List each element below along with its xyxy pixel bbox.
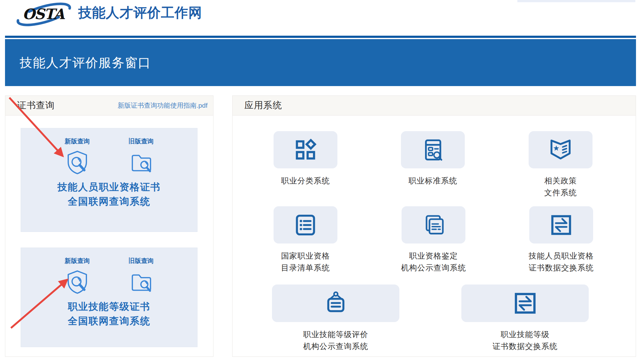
app-label-line: 机构公示查询系统 xyxy=(303,340,368,352)
badge-icon xyxy=(322,290,349,317)
new-query-option[interactable]: 新版查询 xyxy=(51,137,104,175)
book-star-icon xyxy=(548,137,573,163)
cert-card-title-line[interactable]: 职业技能等级证书 xyxy=(21,300,197,314)
osta-logo-text: OSTA xyxy=(23,6,65,23)
app-tile[interactable] xyxy=(529,131,592,168)
banner-top-strip xyxy=(5,36,636,38)
app-label-line: 国家职业资格 xyxy=(281,250,330,262)
service-banner: 技能人才评价服务窗口 xyxy=(5,39,636,86)
osta-logo-icon[interactable]: OSTA xyxy=(12,1,76,28)
cert-query-panel: 证书查询 新版证书查询功能使用指南.pdf 新版查询 旧版查询 xyxy=(5,95,213,357)
new-query-option[interactable]: 新版查询 xyxy=(51,257,104,295)
cert-card-title[interactable]: 技能人员职业资格证书 全国联网查询系统 xyxy=(21,180,197,209)
app-label: 相关政策 文件系统 xyxy=(544,175,577,198)
query-options: 新版查询 旧版查询 xyxy=(21,248,197,295)
site-header: OSTA 技能人才评价工作网 xyxy=(0,0,641,35)
app-label: 职业资格鉴定 机构公示查询系统 xyxy=(401,250,466,274)
pages-icon xyxy=(421,212,446,238)
cert-card-title-line[interactable]: 技能人员职业资格证书 xyxy=(21,180,197,194)
cert-card-title-line[interactable]: 全国联网查询系统 xyxy=(21,314,197,328)
app-label-line: 职业技能等级评价 xyxy=(303,328,368,340)
query-options: 新版查询 旧版查询 xyxy=(21,128,197,175)
cert-panel-header: 证书查询 新版证书查询功能使用指南.pdf xyxy=(5,96,213,115)
app-tile[interactable] xyxy=(274,131,337,168)
shield-search-icon[interactable] xyxy=(64,269,90,295)
app-label-line: 目录清单系统 xyxy=(281,262,330,274)
old-query-option[interactable]: 旧版查询 xyxy=(115,137,167,175)
shield-search-icon[interactable] xyxy=(64,149,90,175)
cert-card-title-line[interactable]: 全国联网查询系统 xyxy=(21,194,197,209)
guide-pdf-link[interactable]: 新版证书查询功能使用指南.pdf xyxy=(118,101,208,110)
app-item-policy-documents[interactable]: 相关政策 文件系统 xyxy=(529,131,592,198)
list-icon xyxy=(293,212,318,238)
folder-search-icon[interactable] xyxy=(128,149,154,175)
exchange-icon xyxy=(548,212,574,238)
page: OSTA 技能人才评价工作网 技能人才评价服务窗口 证书查询 新版证书查询功能使… xyxy=(0,0,641,364)
app-tile[interactable] xyxy=(461,285,589,322)
app-label-line: 职业分类系统 xyxy=(281,175,330,187)
app-label-line: 文件系统 xyxy=(544,187,577,198)
corner-strip xyxy=(517,0,635,2)
app-label-line: 相关政策 xyxy=(544,175,577,187)
app-item-skill-level-institution-query[interactable]: 职业技能等级评价 机构公示查询系统 xyxy=(272,285,399,352)
app-item-qualification-data-exchange[interactable]: 技能人员职业资格 证书数据交换系统 xyxy=(529,206,594,274)
grid-icon xyxy=(293,137,318,163)
app-label-line: 职业技能等级 xyxy=(493,328,558,340)
app-label-line: 证书数据交换系统 xyxy=(493,340,558,352)
cert-card-title[interactable]: 职业技能等级证书 全国联网查询系统 xyxy=(21,300,197,328)
document-search-icon xyxy=(420,137,446,163)
app-label-line: 职业标准系统 xyxy=(408,175,457,187)
app-tile[interactable] xyxy=(274,206,337,244)
app-item-skill-level-data-exchange[interactable]: 职业技能等级 证书数据交换系统 xyxy=(461,285,589,352)
service-banner-title: 技能人才评价服务窗口 xyxy=(5,54,151,71)
site-title: 技能人才评价工作网 xyxy=(78,4,202,22)
app-label-line: 机构公示查询系统 xyxy=(401,262,466,274)
folder-search-icon[interactable] xyxy=(128,269,154,295)
app-item-appraisal-institution-query[interactable]: 职业资格鉴定 机构公示查询系统 xyxy=(401,206,466,274)
app-label: 职业技能等级 证书数据交换系统 xyxy=(493,328,558,352)
app-item-occupation-standard[interactable]: 职业标准系统 xyxy=(401,131,465,187)
apps-panel: 应用系统 职业分类系统 xyxy=(232,95,636,357)
app-label-line: 职业资格鉴定 xyxy=(401,250,466,262)
app-label: 技能人员职业资格 证书数据交换系统 xyxy=(529,250,594,274)
app-tile[interactable] xyxy=(402,206,465,244)
old-query-label[interactable]: 旧版查询 xyxy=(129,137,154,146)
old-query-option[interactable]: 旧版查询 xyxy=(115,257,167,295)
app-item-occupation-classification[interactable]: 职业分类系统 xyxy=(274,131,337,187)
app-tile[interactable] xyxy=(401,131,465,168)
app-label: 职业分类系统 xyxy=(281,175,330,187)
app-item-national-qualification-list[interactable]: 国家职业资格 目录清单系统 xyxy=(274,206,337,274)
cert-card-skill-level: 新版查询 旧版查询 xyxy=(21,248,197,347)
exchange-icon xyxy=(512,290,539,317)
app-label: 职业技能等级评价 机构公示查询系统 xyxy=(303,328,368,352)
app-label: 国家职业资格 目录清单系统 xyxy=(281,250,330,274)
new-query-label[interactable]: 新版查询 xyxy=(65,257,90,265)
app-tile[interactable] xyxy=(529,206,593,244)
cert-panel-title: 证书查询 xyxy=(17,99,55,112)
old-query-label[interactable]: 旧版查询 xyxy=(129,257,154,265)
app-tile[interactable] xyxy=(272,285,399,322)
app-label-line: 证书数据交换系统 xyxy=(529,262,594,274)
apps-panel-header: 应用系统 xyxy=(233,96,636,115)
apps-panel-title: 应用系统 xyxy=(244,99,282,112)
cert-card-skill-qualification: 新版查询 旧版查询 xyxy=(21,128,197,232)
new-query-label[interactable]: 新版查询 xyxy=(65,137,90,146)
app-label: 职业标准系统 xyxy=(408,175,457,187)
app-label-line: 技能人员职业资格 xyxy=(529,250,594,262)
